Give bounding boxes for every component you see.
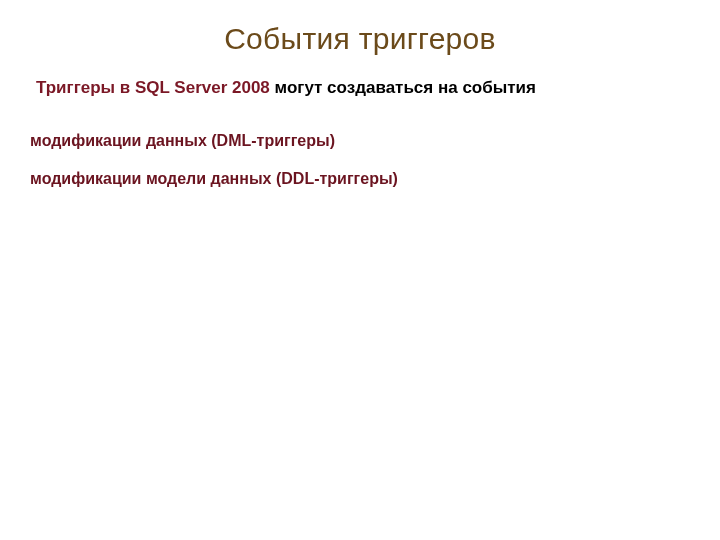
intro-rest: могут создаваться на события: [275, 78, 536, 97]
bullet-item: модификации данных (DML-триггеры): [28, 132, 692, 150]
bullet-item: модификации модели данных (DDL-триггеры): [28, 170, 692, 188]
intro-highlight: Триггеры в SQL Server 2008: [36, 78, 275, 97]
slide: События триггеров Триггеры в SQL Server …: [0, 0, 720, 540]
slide-title: События триггеров: [28, 22, 692, 56]
intro-line: Триггеры в SQL Server 2008 могут создава…: [28, 78, 692, 98]
